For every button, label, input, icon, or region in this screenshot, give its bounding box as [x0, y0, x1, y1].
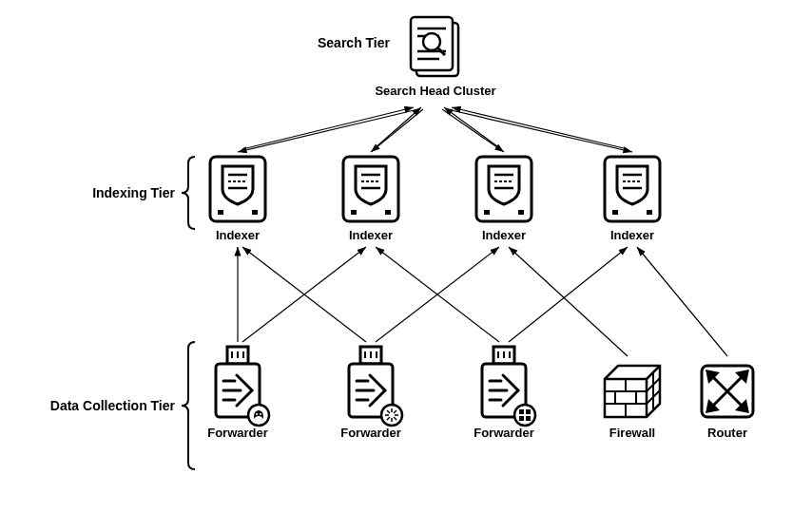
- forwarder-1: [216, 347, 269, 426]
- indexer-1: [210, 157, 265, 221]
- svg-line-55: [637, 247, 727, 356]
- forwarder-2: [349, 347, 402, 426]
- search-head-cluster-icon: [411, 17, 458, 76]
- indexing-bracket: [182, 157, 195, 229]
- indexer-1-label: Indexer: [216, 228, 260, 242]
- indexer-3-label: Indexer: [482, 228, 526, 242]
- router-icon: [702, 366, 753, 417]
- architecture-diagram: Search Tier Indexing Tier Data Collectio…: [0, 0, 812, 512]
- firewall-icon: [605, 366, 660, 417]
- search-head-cluster-label: Search Head Cluster: [375, 84, 495, 98]
- svg-point-57: [255, 416, 262, 422]
- svg-rect-71: [526, 416, 531, 421]
- svg-rect-69: [526, 409, 531, 414]
- svg-line-46: [444, 107, 501, 149]
- arrows-search-indexers: [238, 107, 632, 152]
- indexer-3: [476, 157, 532, 221]
- svg-line-53: [509, 247, 628, 342]
- router-label: Router: [707, 426, 747, 440]
- forwarder-3: [482, 347, 535, 426]
- indexer-2-label: Indexer: [349, 228, 393, 242]
- forwarder-1-label: Forwarder: [207, 426, 268, 440]
- data-bracket: [182, 342, 195, 469]
- forwarder-3-label: Forwarder: [474, 426, 534, 440]
- svg-point-58: [256, 413, 258, 415]
- svg-rect-70: [519, 416, 524, 421]
- svg-line-47: [452, 107, 628, 149]
- svg-point-59: [260, 413, 261, 415]
- svg-line-54: [509, 247, 628, 356]
- firewall-label: Firewall: [609, 426, 655, 440]
- indexer-2: [343, 157, 398, 221]
- svg-line-43: [447, 109, 632, 152]
- svg-rect-68: [519, 409, 524, 414]
- data-tier-label: Data Collection Tier: [50, 398, 176, 413]
- svg-line-44: [242, 107, 414, 149]
- search-tier-label: Search Tier: [318, 35, 391, 50]
- indexer-4-label: Indexer: [610, 228, 654, 242]
- forwarder-2-label: Forwarder: [340, 426, 401, 440]
- arrows-fwd-indexers: [238, 247, 727, 356]
- indexing-tier-label: Indexing Tier: [92, 185, 175, 200]
- indexer-4: [605, 157, 660, 221]
